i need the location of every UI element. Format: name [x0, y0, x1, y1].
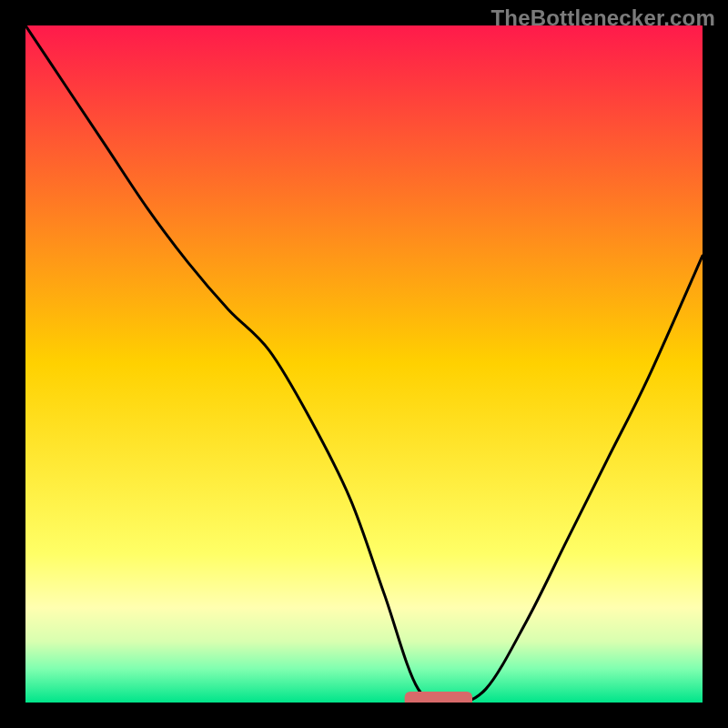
plot-svg — [25, 25, 703, 703]
optimal-marker — [405, 692, 472, 703]
plot-area — [25, 25, 703, 703]
chart-frame: TheBottlenecker.com — [0, 0, 728, 728]
gradient-background — [25, 25, 703, 703]
